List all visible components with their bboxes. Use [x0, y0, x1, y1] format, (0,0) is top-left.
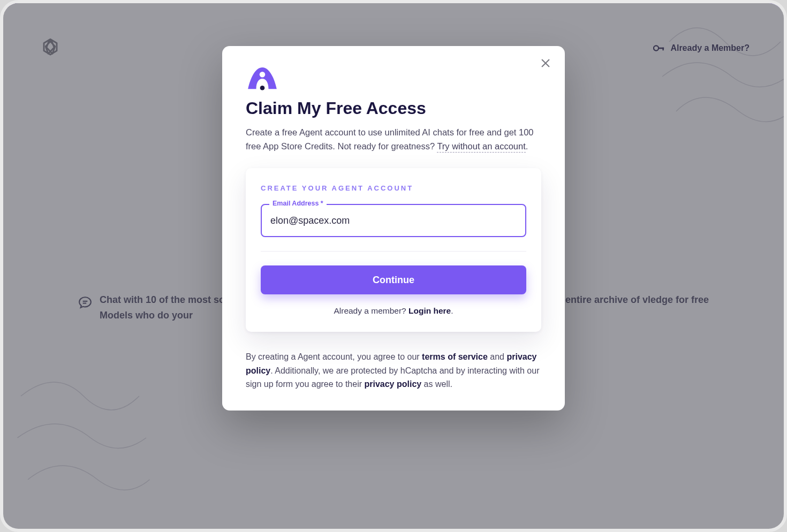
svg-point-7 [260, 86, 265, 90]
signup-modal: Claim My Free Access Create a free Agent… [222, 46, 565, 411]
email-input[interactable] [270, 215, 517, 226]
form-divider [261, 251, 526, 252]
modal-title: Claim My Free Access [246, 98, 541, 118]
hcaptcha-privacy-link[interactable]: privacy policy [364, 379, 421, 389]
signup-form-card: CREATE YOUR AGENT ACCOUNT Email Address … [246, 168, 541, 332]
login-line-prefix: Already a member? [334, 306, 408, 315]
login-line: Already a member? Login here. [261, 306, 526, 316]
continue-button[interactable]: Continue [261, 265, 526, 294]
legal-prefix: By creating a Agent account, you agree t… [246, 352, 422, 361]
continue-button-label: Continue [373, 275, 414, 285]
email-field-wrapper[interactable]: Email Address * [261, 204, 526, 237]
app-frame: Already a Member? Chat with 10 of the mo… [3, 3, 784, 529]
close-icon [541, 58, 550, 68]
email-field-label: Email Address * [269, 200, 327, 207]
login-line-period: . [451, 306, 453, 315]
login-here-link[interactable]: Login here [408, 306, 451, 315]
svg-point-8 [260, 72, 266, 78]
modal-subtitle: Create a free Agent account to use unlim… [246, 126, 541, 153]
legal-end: as well. [421, 379, 452, 389]
modal-subtitle-period: . [526, 141, 528, 151]
form-section-label: CREATE YOUR AGENT ACCOUNT [261, 184, 526, 192]
close-button[interactable] [538, 56, 553, 71]
try-without-account-link[interactable]: Try without an account [437, 141, 525, 153]
legal-text: By creating a Agent account, you agree t… [246, 350, 541, 391]
agent-logo-icon [246, 66, 279, 91]
legal-mid: and [488, 352, 507, 361]
terms-of-service-link[interactable]: terms of service [422, 352, 488, 361]
